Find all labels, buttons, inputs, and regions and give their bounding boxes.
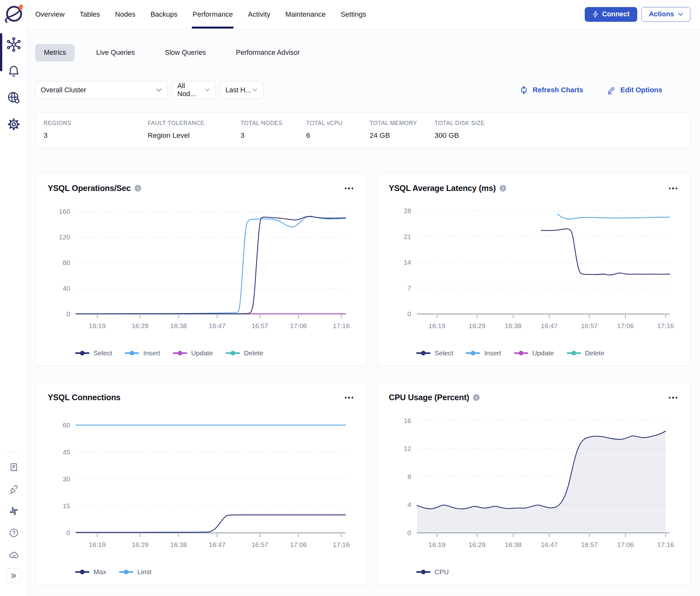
svg-text:80: 80	[63, 259, 70, 266]
chart-plot-cpu-usage-percent-: 048121616:1916:2916:3816:4716:5717:0617:…	[389, 407, 677, 561]
yugabyte-logo[interactable]	[3, 4, 24, 25]
svg-text:40: 40	[63, 284, 70, 292]
stat-label: TOTAL DISK SIZE	[435, 120, 690, 127]
svg-text:16:29: 16:29	[132, 541, 149, 548]
connect-button[interactable]: Connect	[585, 7, 637, 22]
legend-item-select[interactable]: Select	[416, 349, 453, 357]
main-area: OverviewTablesNodesBackupsPerformanceAct…	[28, 0, 700, 596]
chart-title-ysql-connections: YSQL Connections	[48, 393, 121, 402]
svg-text:0: 0	[66, 310, 70, 318]
legend-item-cpu[interactable]: CPU	[416, 568, 449, 576]
svg-text:8: 8	[407, 473, 411, 480]
svg-text:16:38: 16:38	[170, 322, 187, 329]
legend-item-insert[interactable]: Insert	[125, 349, 160, 357]
svg-text:4: 4	[407, 501, 411, 508]
sidebar-expand-button[interactable]	[6, 568, 21, 583]
svg-text:16:57: 16:57	[581, 322, 598, 329]
chart-menu-button[interactable]	[345, 183, 354, 189]
sidebar	[0, 0, 28, 596]
edit-options-label: Edit Options	[620, 86, 662, 94]
svg-text:16:19: 16:19	[89, 541, 106, 548]
stat-value: 3	[240, 131, 306, 140]
legend-item-delete[interactable]: Delete	[226, 349, 263, 357]
chart-menu-button[interactable]	[669, 393, 678, 399]
stat-value: 6	[306, 131, 369, 140]
settings-gear-icon[interactable]	[6, 117, 21, 132]
chevron-down-icon	[156, 89, 162, 92]
lightning-icon	[592, 10, 598, 18]
subtab-metrics[interactable]: Metrics	[35, 44, 75, 61]
stat-value: 3	[44, 131, 148, 140]
svg-text:16:47: 16:47	[541, 322, 558, 329]
docs-icon[interactable]	[8, 462, 19, 473]
tab-activity[interactable]: Activity	[248, 0, 270, 28]
legend-marker	[514, 351, 528, 356]
slack-icon[interactable]	[8, 506, 19, 517]
alerts-bell-icon[interactable]	[6, 64, 21, 78]
chart-plot-ysql-average-latency-ms-: 0714212816:1916:2916:3816:4716:5717:0617…	[389, 198, 677, 342]
svg-text:160: 160	[59, 208, 70, 215]
tab-backups[interactable]: Backups	[151, 0, 177, 28]
nodes-select[interactable]: All Nod...	[172, 81, 216, 99]
svg-text:16:47: 16:47	[209, 541, 226, 548]
stat-total-vcpu: TOTAL vCPU6	[306, 120, 369, 140]
legend-label: Select	[435, 349, 453, 357]
tab-performance[interactable]: Performance	[192, 0, 233, 28]
svg-text:15: 15	[63, 502, 70, 510]
legend-item-max[interactable]: Max	[75, 568, 106, 576]
legend-label: Insert	[484, 349, 501, 357]
actions-label: Actions	[649, 10, 674, 18]
tab-nodes[interactable]: Nodes	[115, 0, 135, 28]
subtab-live-queries[interactable]: Live Queries	[87, 44, 144, 61]
tab-label: Backups	[151, 10, 177, 19]
legend-marker	[226, 351, 240, 356]
network-globe-gear-icon[interactable]	[6, 90, 21, 105]
subtab-slow-queries[interactable]: Slow Queries	[156, 44, 214, 61]
cloud-status-icon[interactable]	[8, 549, 19, 560]
legend-label: Limit	[137, 568, 152, 576]
svg-text:12: 12	[404, 445, 411, 452]
subtab-performance-advisor[interactable]: Performance Advisor	[227, 44, 309, 61]
info-icon[interactable]: i	[499, 185, 506, 192]
integrations-plug-icon[interactable]	[8, 484, 19, 495]
clusters-icon[interactable]	[6, 37, 21, 52]
cluster-select[interactable]: Overall Cluster	[35, 81, 168, 99]
edit-options-button[interactable]: Edit Options	[607, 85, 662, 95]
legend-item-update[interactable]: Update	[514, 349, 554, 357]
legend-item-delete[interactable]: Delete	[567, 349, 604, 357]
time-range-select[interactable]: Last H...	[220, 81, 263, 99]
stat-value: 300 GB	[435, 131, 690, 140]
svg-text:16:19: 16:19	[89, 322, 106, 329]
chart-menu-button[interactable]	[345, 393, 354, 399]
svg-text:21: 21	[404, 233, 411, 240]
legend-item-limit[interactable]: Limit	[119, 568, 152, 576]
stat-total-memory: TOTAL MEMORY24 GB	[369, 120, 435, 140]
legend-item-select[interactable]: Select	[75, 349, 112, 357]
tab-label: Activity	[248, 10, 270, 19]
legend-marker	[416, 351, 431, 356]
tab-tables[interactable]: Tables	[80, 0, 100, 28]
svg-text:17:16: 17:16	[333, 322, 350, 329]
info-icon[interactable]: i	[473, 394, 480, 401]
tab-overview[interactable]: Overview	[35, 0, 65, 28]
tab-label: Maintenance	[285, 10, 326, 19]
tab-maintenance[interactable]: Maintenance	[285, 0, 326, 28]
svg-text:16:19: 16:19	[429, 541, 445, 548]
svg-text:17:16: 17:16	[657, 541, 674, 548]
stat-total-disk-size: TOTAL DISK SIZE300 GB	[435, 120, 690, 140]
legend-label: Update	[191, 349, 213, 357]
chart-menu-button[interactable]	[669, 183, 678, 189]
chevron-down-icon	[205, 89, 210, 92]
legend-item-update[interactable]: Update	[173, 349, 213, 357]
actions-button[interactable]: Actions	[641, 7, 691, 22]
chart-title-ysql-average-latency-ms-: YSQL Average Latency (ms)	[389, 183, 496, 193]
refresh-charts-button[interactable]: Refresh Charts	[519, 85, 584, 95]
chart-legend: MaxLimit	[75, 568, 353, 576]
help-icon[interactable]	[8, 527, 19, 538]
legend-item-insert[interactable]: Insert	[466, 349, 501, 357]
tab-settings[interactable]: Settings	[341, 0, 366, 28]
info-icon[interactable]: i	[134, 185, 141, 192]
svg-text:28: 28	[404, 207, 411, 214]
svg-text:16:19: 16:19	[429, 322, 445, 329]
svg-text:16:47: 16:47	[541, 541, 558, 548]
